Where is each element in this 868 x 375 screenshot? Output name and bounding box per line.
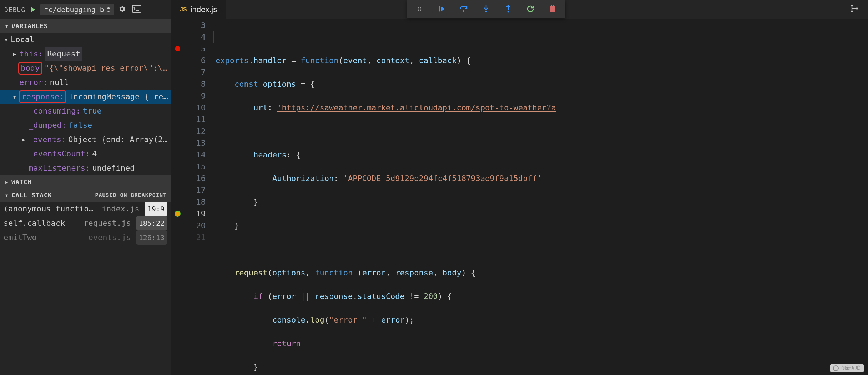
chevron-down-icon: ▾ bbox=[12, 90, 17, 104]
watermark-icon bbox=[833, 365, 839, 371]
step-into-icon[interactable] bbox=[481, 4, 491, 14]
debug-sidebar: DEBUG fc/debugging_b ▾ VARIABLES ▾ Loc bbox=[0, 0, 171, 375]
chevron-right-icon: ▸ bbox=[21, 132, 26, 147]
callstack-list: (anonymous function) index.js 19:9 self.… bbox=[0, 202, 171, 375]
svg-point-3 bbox=[418, 10, 419, 11]
svg-point-9 bbox=[485, 11, 487, 13]
scope-label: Local bbox=[11, 32, 34, 47]
debug-header: DEBUG fc/debugging_b bbox=[0, 0, 171, 19]
var-events[interactable]: ▸ _events: Object {end: Array(2), … bbox=[0, 132, 171, 147]
drag-handle-icon[interactable] bbox=[415, 4, 425, 14]
editor-tab-index-js[interactable]: JS index.js bbox=[171, 0, 226, 19]
stop-icon[interactable] bbox=[547, 4, 557, 14]
debug-console-icon[interactable] bbox=[132, 5, 141, 15]
chevron-down-icon: ▾ bbox=[4, 191, 9, 199]
var-response-value: IncomingMessage {_reada… bbox=[69, 90, 169, 104]
callstack-frame[interactable]: (anonymous function) index.js 19:9 bbox=[0, 202, 171, 216]
chevron-down-icon: ▾ bbox=[4, 32, 9, 47]
svg-point-4 bbox=[420, 7, 421, 8]
debug-config-name: fc/debugging_b bbox=[44, 5, 104, 14]
var-consuming[interactable]: _consuming: true bbox=[0, 104, 171, 118]
step-over-icon[interactable] bbox=[459, 4, 469, 14]
variables-tree: ▾ Local ▸ this: Request body "{\"showapi… bbox=[0, 32, 171, 175]
var-response[interactable]: ▾ response: IncomingMessage {_reada… bbox=[0, 90, 171, 104]
source-control-icon[interactable] bbox=[849, 4, 859, 15]
chevron-right-icon: ▸ bbox=[12, 47, 17, 61]
svg-point-6 bbox=[420, 10, 421, 11]
section-watch-header[interactable]: ▸ WATCH bbox=[0, 175, 171, 189]
callstack-frame[interactable]: self.callback request.js 185:22 bbox=[0, 216, 171, 230]
section-variables-title: VARIABLES bbox=[11, 22, 48, 30]
svg-rect-11 bbox=[550, 6, 555, 12]
editor-header: JS index.js bbox=[171, 0, 868, 19]
section-callstack-header[interactable]: ▾ CALL STACK PAUSED ON BREAKPOINT bbox=[0, 189, 171, 202]
debug-config-select[interactable]: fc/debugging_b bbox=[40, 4, 114, 15]
svg-point-14 bbox=[851, 5, 853, 6]
callstack-frame[interactable]: emitTwo events.js 126:13 bbox=[0, 230, 171, 245]
var-this-value: Request bbox=[45, 47, 82, 61]
restart-icon[interactable] bbox=[525, 4, 535, 14]
debug-toolbar bbox=[407, 0, 565, 18]
scope-local[interactable]: ▾ Local bbox=[0, 32, 171, 47]
tab-filename: index.js bbox=[191, 5, 217, 14]
breakpoint-icon[interactable] bbox=[175, 46, 180, 51]
watermark: 创新互联 bbox=[830, 364, 864, 372]
chevron-down-icon: ▾ bbox=[4, 22, 9, 30]
debug-title: DEBUG bbox=[4, 6, 25, 14]
var-error-value: null bbox=[50, 75, 69, 90]
var-max-listeners[interactable]: maxListeners: undefined bbox=[0, 161, 171, 175]
svg-point-2 bbox=[418, 8, 419, 9]
var-this[interactable]: ▸ this: Request bbox=[0, 47, 171, 61]
var-dumped[interactable]: _dumped: false bbox=[0, 118, 171, 132]
svg-rect-12 bbox=[551, 5, 552, 7]
var-response-name: response: bbox=[19, 90, 66, 103]
var-error[interactable]: error: null bbox=[0, 75, 171, 90]
var-body-name: body bbox=[18, 62, 42, 75]
code-editor[interactable]: 3 4 5 6 7 8 9 10 11 12 13 14 15 16 17 18… bbox=[171, 19, 868, 375]
section-variables-header[interactable]: ▾ VARIABLES bbox=[0, 19, 171, 32]
start-debug-icon[interactable] bbox=[29, 6, 37, 14]
chevron-right-icon: ▸ bbox=[4, 178, 9, 186]
var-body[interactable]: body "{\"showapi_res_error\":\"\",\"s… bbox=[0, 61, 171, 75]
js-file-icon: JS bbox=[180, 6, 187, 13]
continue-icon[interactable] bbox=[437, 4, 447, 14]
breakpoint-conditional-icon[interactable] bbox=[175, 211, 180, 216]
editor-area: JS index.js 3 4 5 6 7 bbox=[171, 0, 868, 375]
svg-point-10 bbox=[508, 11, 509, 13]
code-content[interactable]: exports.handler = function(event, contex… bbox=[213, 19, 868, 375]
section-callstack-title: CALL STACK bbox=[11, 191, 52, 199]
callstack-status: PAUSED ON BREAKPOINT bbox=[95, 192, 167, 199]
var-events-count[interactable]: _eventsCount: 4 bbox=[0, 147, 171, 161]
var-body-value: "{\"showapi_res_error\":\"\",\"s… bbox=[44, 61, 169, 75]
svg-rect-7 bbox=[439, 6, 440, 12]
svg-rect-0 bbox=[132, 5, 141, 12]
svg-point-5 bbox=[420, 8, 421, 9]
svg-point-8 bbox=[463, 10, 464, 12]
step-out-icon[interactable] bbox=[503, 4, 513, 14]
svg-point-1 bbox=[418, 7, 419, 8]
svg-point-16 bbox=[856, 8, 858, 9]
svg-point-15 bbox=[851, 10, 853, 12]
svg-rect-13 bbox=[553, 5, 554, 7]
section-watch-title: WATCH bbox=[11, 178, 32, 186]
line-number-gutter: 3 4 5 6 7 8 9 10 11 12 13 14 15 16 17 18… bbox=[171, 19, 213, 375]
gear-icon[interactable] bbox=[118, 5, 126, 15]
